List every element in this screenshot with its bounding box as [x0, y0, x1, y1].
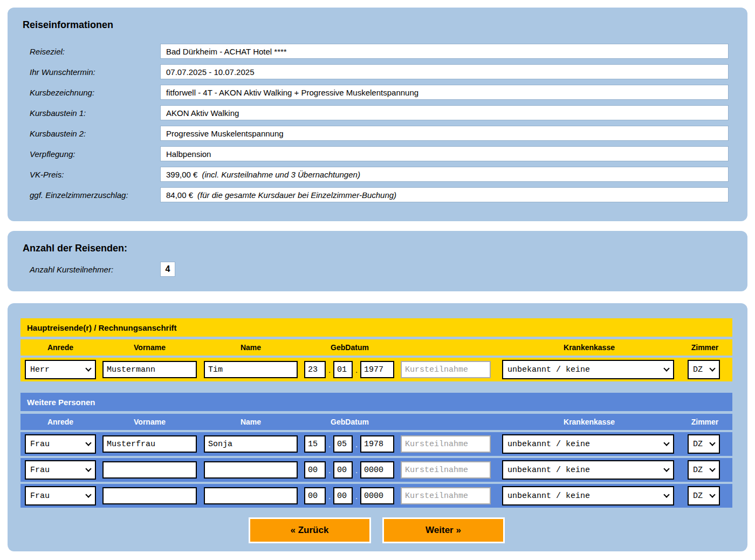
geb-jahr-input[interactable]	[360, 461, 394, 479]
date-separator: .	[355, 440, 358, 449]
geb-monat-input[interactable]	[333, 361, 353, 378]
info-row-verpflegung: Verpflegung: Halbpension	[23, 146, 729, 161]
info-value-box: 84,00 € (für die gesamte Kursdauer bei E…	[160, 187, 729, 202]
column-header-vorname: Vorname	[102, 343, 197, 352]
back-button[interactable]: « Zurück	[249, 517, 371, 543]
name-input[interactable]	[204, 435, 298, 453]
zimmer-select[interactable]: DZ	[688, 460, 720, 480]
info-value: Progressive Muskelentspannung	[166, 129, 284, 138]
column-header-name: Name	[204, 418, 298, 426]
info-label: Ihr Wunschtermin:	[30, 67, 160, 77]
traveler-count-label: Anzahl Kursteilnehmer:	[30, 265, 160, 274]
info-value: 399,00 €	[166, 170, 197, 179]
info-note: (incl. Kursteilnahme und 3 Übernachtunge…	[202, 170, 360, 179]
geb-monat-input[interactable]	[333, 435, 353, 453]
info-row-reiseziel: Reiseziel: Bad Dürkheim - ACHAT Hotel **…	[23, 44, 729, 59]
vorname-input[interactable]	[102, 461, 197, 479]
date-separator: .	[328, 365, 331, 374]
anrede-select[interactable]: Frau	[25, 460, 96, 480]
info-label: ggf. Einzelzimmerzuschlag:	[30, 190, 160, 200]
kursteilnahme-input	[401, 361, 491, 378]
info-label: VK-Preis:	[30, 170, 160, 179]
column-header-anrede: Anrede	[25, 343, 96, 352]
traveler-count-row: Anzahl Kursteilnehmer: 4	[23, 262, 729, 277]
travel-info-title: Reiseinformationen	[23, 19, 729, 31]
krankenkasse-select[interactable]: unbekannt / keine	[502, 486, 674, 506]
kursteilnahme-input	[401, 487, 491, 504]
krankenkasse-select[interactable]: unbekannt / keine	[502, 360, 674, 379]
zimmer-select[interactable]: DZ	[688, 360, 720, 379]
kursteilnahme-input	[401, 461, 491, 479]
main-traveler-row: Herr . . unbekannt / keine DZ	[20, 358, 732, 381]
geb-monat-input[interactable]	[333, 487, 353, 504]
vorname-input[interactable]	[102, 487, 197, 504]
column-header-gebdatum: GebDatum	[304, 343, 395, 352]
vorname-input[interactable]	[102, 435, 197, 453]
info-value: Halbpension	[166, 149, 211, 159]
info-value-box: Bad Dürkheim - ACHAT Hotel ****	[160, 44, 729, 59]
info-value: fitforwell - 4T - AKON Aktiv Walking + P…	[166, 88, 418, 97]
info-row-vk-preis: VK-Preis: 399,00 € (incl. Kursteilnahme …	[23, 167, 729, 182]
info-row-einzelzimmerzuschlag: ggf. Einzelzimmerzuschlag: 84,00 € (für …	[23, 187, 729, 202]
column-header-krankenkasse: Krankenkasse	[503, 418, 675, 426]
column-header-krankenkasse: Krankenkasse	[503, 343, 675, 352]
date-separator: .	[355, 466, 358, 475]
name-input[interactable]	[204, 461, 298, 479]
column-header-zimmer: Zimmer	[689, 418, 721, 426]
anrede-select[interactable]: Frau	[25, 486, 96, 506]
column-header-name: Name	[204, 343, 298, 352]
info-label: Verpflegung:	[30, 149, 160, 159]
info-row-kursbezeichnung: Kursbezeichnung: fitforwell - 4T - AKON …	[23, 85, 729, 100]
anrede-select[interactable]: Frau	[25, 434, 96, 454]
info-row-kursbaustein-1: Kursbaustein 1: AKON Aktiv Walking	[23, 105, 729, 120]
geb-monat-input[interactable]	[333, 461, 353, 479]
additional-persons-column-headers: Anrede Vorname Name GebDatum Krankenkass…	[20, 414, 732, 430]
info-label: Kursbezeichnung:	[30, 88, 160, 97]
anrede-select[interactable]: Herr	[25, 360, 96, 379]
travel-info-panel: Reiseinformationen Reiseziel: Bad Dürkhe…	[8, 8, 747, 221]
name-input[interactable]	[204, 361, 298, 378]
info-value-box: AKON Aktiv Walking	[160, 105, 729, 120]
kursteilnahme-input	[401, 435, 491, 453]
geb-tag-input[interactable]	[304, 461, 326, 479]
next-button[interactable]: Weiter »	[382, 517, 505, 543]
traveler-count-value: 4	[160, 262, 175, 277]
geb-jahr-input[interactable]	[360, 361, 394, 378]
column-header-vorname: Vorname	[102, 418, 197, 426]
traveler-count-panel: Anzahl der Reisenden: Anzahl Kursteilneh…	[8, 231, 747, 291]
geb-tag-input[interactable]	[304, 487, 326, 504]
vorname-input[interactable]	[102, 361, 197, 378]
info-value: Bad Dürkheim - ACHAT Hotel ****	[166, 47, 287, 56]
geb-jahr-input[interactable]	[360, 487, 394, 504]
name-input[interactable]	[204, 487, 298, 504]
info-row-wunschtermin: Ihr Wunschtermin: 07.07.2025 - 10.07.202…	[23, 64, 729, 79]
zimmer-select[interactable]: DZ	[688, 486, 720, 506]
date-separator: .	[355, 365, 358, 374]
column-header-anrede: Anrede	[25, 418, 96, 426]
additional-person-row: Frau . . unbekannt / keine DZ	[20, 432, 732, 456]
info-value: 07.07.2025 - 10.07.2025	[166, 67, 254, 77]
krankenkasse-select[interactable]: unbekannt / keine	[502, 460, 674, 480]
date-separator: .	[355, 491, 358, 501]
info-value-box: 399,00 € (incl. Kursteilnahme und 3 Über…	[160, 167, 729, 182]
main-traveler-column-headers: Anrede Vorname Name GebDatum Krankenkass…	[20, 339, 732, 356]
info-value: AKON Aktiv Walking	[166, 108, 239, 118]
info-label: Reiseziel:	[30, 47, 160, 56]
column-header-gebdatum: GebDatum	[304, 418, 395, 426]
geb-tag-input[interactable]	[304, 361, 326, 378]
additional-person-row: Frau . . unbekannt / keine DZ	[20, 484, 732, 508]
krankenkasse-select[interactable]: unbekannt / keine	[502, 434, 674, 454]
additional-person-row: Frau . . unbekannt / keine DZ	[20, 458, 732, 482]
zimmer-select[interactable]: DZ	[688, 434, 720, 454]
geb-jahr-input[interactable]	[360, 435, 394, 453]
date-separator: .	[328, 466, 331, 475]
geb-tag-input[interactable]	[304, 435, 326, 453]
info-row-kursbaustein-2: Kursbaustein 2: Progressive Muskelentspa…	[23, 126, 729, 141]
date-separator: .	[328, 491, 331, 501]
info-value: 84,00 €	[166, 190, 193, 200]
date-separator: .	[328, 440, 331, 449]
info-value-box: fitforwell - 4T - AKON Aktiv Walking + P…	[160, 85, 729, 100]
info-note: (für die gesamte Kursdauer bei Einzelzim…	[197, 190, 396, 200]
column-header-zimmer: Zimmer	[689, 343, 721, 352]
info-label: Kursbaustein 1:	[30, 108, 160, 118]
